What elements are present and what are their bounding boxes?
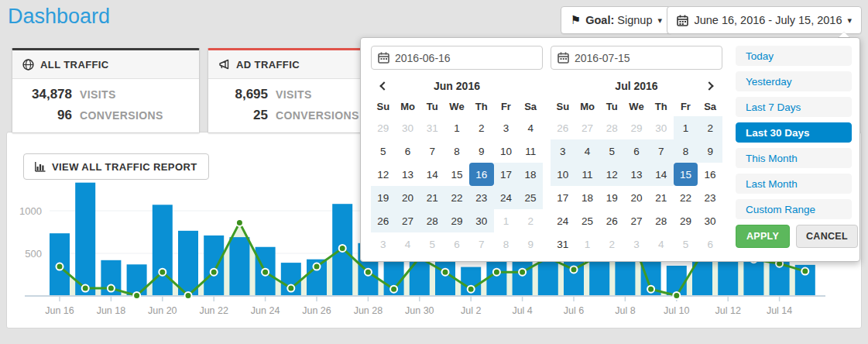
- calendar-day[interactable]: 30: [469, 209, 494, 232]
- calendar-day[interactable]: 11: [518, 139, 543, 163]
- calendar-day[interactable]: 4: [649, 232, 674, 256]
- calendar-day[interactable]: 30: [649, 116, 674, 139]
- calendar-day[interactable]: 14: [649, 163, 674, 186]
- calendar-day[interactable]: 23: [469, 186, 494, 209]
- range-item-last-30-days[interactable]: Last 30 Days: [736, 122, 852, 143]
- calendar-day[interactable]: 2: [469, 116, 494, 139]
- calendar-day[interactable]: 6: [624, 139, 649, 163]
- calendar-day[interactable]: 12: [371, 163, 396, 186]
- calendar-day-selected[interactable]: 16: [469, 163, 494, 186]
- calendar-day[interactable]: 10: [551, 163, 575, 186]
- calendar-day[interactable]: 21: [420, 186, 444, 209]
- calendar-day[interactable]: 5: [599, 139, 624, 163]
- calendar-day-selected[interactable]: 15: [674, 163, 698, 186]
- range-item-this-month[interactable]: This Month: [736, 148, 852, 168]
- calendar-day[interactable]: 4: [396, 232, 420, 256]
- calendar-day[interactable]: 28: [649, 209, 674, 232]
- calendar-day[interactable]: 29: [371, 116, 396, 139]
- calendar-day[interactable]: 8: [444, 139, 469, 163]
- calendar-day[interactable]: 29: [444, 209, 469, 232]
- calendar-day[interactable]: 3: [551, 139, 575, 163]
- calendar-day[interactable]: 26: [551, 116, 575, 139]
- calendar-day[interactable]: 2: [599, 232, 624, 256]
- calendar-day[interactable]: 19: [371, 186, 396, 209]
- calendar-day[interactable]: 11: [575, 163, 600, 186]
- start-date-input[interactable]: [371, 46, 543, 70]
- calendar-day[interactable]: 6: [698, 232, 722, 256]
- calendar-day[interactable]: 12: [599, 163, 624, 186]
- range-item-last-7-days[interactable]: Last 7 Days: [736, 97, 852, 117]
- calendar-day[interactable]: 30: [396, 116, 420, 139]
- calendar-day[interactable]: 17: [551, 186, 575, 209]
- calendar-day[interactable]: 10: [494, 139, 519, 163]
- calendar-day[interactable]: 23: [698, 186, 722, 209]
- calendar-day[interactable]: 3: [494, 116, 519, 139]
- calendar-day[interactable]: 22: [444, 186, 469, 209]
- calendar-day[interactable]: 28: [599, 116, 624, 139]
- calendar-day[interactable]: 18: [518, 163, 543, 186]
- calendar-day[interactable]: 5: [674, 232, 698, 256]
- calendar-day[interactable]: 1: [575, 232, 600, 256]
- calendar-day[interactable]: 31: [551, 232, 575, 256]
- calendar-day[interactable]: 25: [575, 209, 600, 232]
- calendar-day[interactable]: 28: [420, 209, 444, 232]
- calendar-day[interactable]: 7: [649, 139, 674, 163]
- calendar-day[interactable]: 24: [551, 209, 575, 232]
- calendar-day[interactable]: 27: [624, 209, 649, 232]
- calendar-day[interactable]: 9: [469, 139, 494, 163]
- calendar-day[interactable]: 18: [575, 186, 600, 209]
- calendar-day[interactable]: 1: [494, 209, 519, 232]
- calendar-day[interactable]: 2: [518, 209, 543, 232]
- calendar-day[interactable]: 22: [674, 186, 698, 209]
- calendar-day[interactable]: 6: [396, 139, 420, 163]
- calendar-day[interactable]: 3: [371, 232, 396, 256]
- range-item-today[interactable]: Today: [736, 46, 852, 66]
- prev-month-button[interactable]: [371, 77, 395, 95]
- calendar-day[interactable]: 14: [420, 163, 444, 186]
- calendar-day[interactable]: 4: [575, 139, 600, 163]
- calendar-day[interactable]: 20: [624, 186, 649, 209]
- calendar-day[interactable]: 17: [494, 163, 519, 186]
- calendar-day[interactable]: 19: [599, 186, 624, 209]
- calendar-day[interactable]: 8: [494, 232, 519, 256]
- calendar-day[interactable]: 20: [396, 186, 420, 209]
- date-range-button[interactable]: June 16, 2016 - July 15, 2016 ▾: [667, 6, 862, 34]
- calendar-day[interactable]: 4: [518, 116, 543, 139]
- calendar-day[interactable]: 26: [371, 209, 396, 232]
- calendar-day[interactable]: 24: [494, 186, 519, 209]
- calendar-day[interactable]: 6: [444, 232, 469, 256]
- cancel-button[interactable]: CANCEL: [796, 225, 858, 248]
- end-date-input[interactable]: [551, 46, 722, 70]
- view-all-traffic-report-button[interactable]: VIEW ALL TRAFFIC REPORT: [23, 153, 209, 180]
- calendar-day[interactable]: 31: [420, 116, 444, 139]
- goal-dropdown-button[interactable]: ⚑ Goal: Signup ▾: [561, 6, 672, 34]
- calendar-day[interactable]: 26: [599, 209, 624, 232]
- calendar-day[interactable]: 13: [396, 163, 420, 186]
- calendar-day[interactable]: 9: [518, 232, 543, 256]
- calendar-day[interactable]: 5: [420, 232, 444, 256]
- calendar-day[interactable]: 3: [624, 232, 649, 256]
- calendar-day[interactable]: 8: [674, 139, 698, 163]
- next-month-button[interactable]: [698, 77, 722, 95]
- calendar-day[interactable]: 27: [396, 209, 420, 232]
- calendar-day[interactable]: 27: [575, 116, 600, 139]
- calendar-day[interactable]: 15: [444, 163, 469, 186]
- calendar-day[interactable]: 9: [698, 139, 722, 163]
- calendar-day[interactable]: 5: [371, 139, 396, 163]
- range-item-last-month[interactable]: Last Month: [736, 174, 852, 194]
- calendar-day[interactable]: 25: [518, 186, 543, 209]
- calendar-day[interactable]: 7: [469, 232, 494, 256]
- calendar-day[interactable]: 30: [698, 209, 722, 232]
- calendar-day[interactable]: 1: [674, 116, 698, 139]
- calendar-day[interactable]: 1: [444, 116, 469, 139]
- calendar-day[interactable]: 29: [674, 209, 698, 232]
- calendar-day[interactable]: 29: [624, 116, 649, 139]
- calendar-day[interactable]: 2: [698, 116, 722, 139]
- calendar-day[interactable]: 21: [649, 186, 674, 209]
- calendar-day[interactable]: 13: [624, 163, 649, 186]
- apply-button[interactable]: APPLY: [736, 225, 790, 248]
- range-item-custom-range[interactable]: Custom Range: [736, 199, 852, 219]
- range-item-yesterday[interactable]: Yesterday: [736, 71, 852, 91]
- calendar-day[interactable]: 7: [420, 139, 444, 163]
- calendar-day[interactable]: 16: [698, 163, 722, 186]
